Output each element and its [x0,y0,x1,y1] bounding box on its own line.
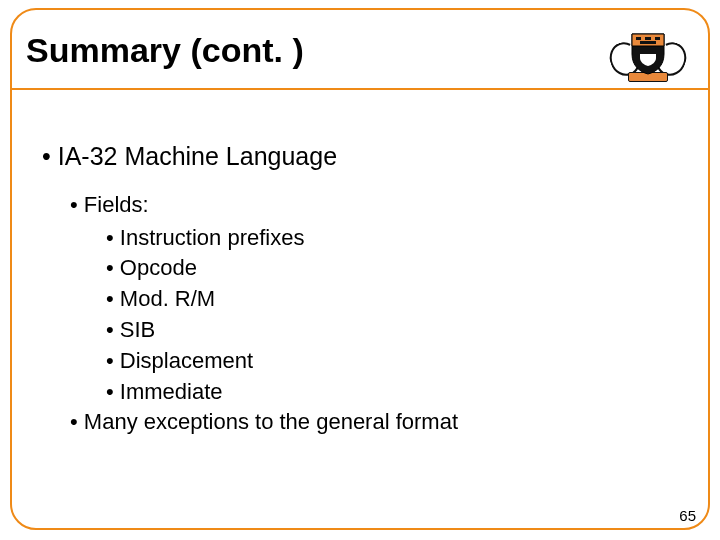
bullet-field-item: SIB [42,315,674,346]
slide-body: IA-32 Machine Language Fields: Instructi… [12,82,708,458]
princeton-crest-icon [608,26,688,82]
bullet-fields-label: Fields: [42,190,674,221]
bullet-level1: IA-32 Machine Language [42,140,674,174]
bullet-field-item: Instruction prefixes [42,223,674,254]
page-number: 65 [679,507,696,524]
svg-rect-1 [645,37,651,40]
bullet-field-item: Opcode [42,253,674,284]
svg-rect-0 [636,37,641,40]
bullet-exceptions: Many exceptions to the general format [42,407,674,438]
svg-rect-2 [655,37,660,40]
bullet-field-item: Mod. R/M [42,284,674,315]
slide-title: Summary (cont. ) [26,30,304,71]
svg-rect-3 [640,41,656,44]
bullet-field-item: Immediate [42,377,674,408]
slide: Summary (cont. ) IA-32 Machine Language … [0,0,720,540]
bullet-field-item: Displacement [42,346,674,377]
title-row: Summary (cont. ) [12,10,708,82]
shield-icon [630,32,666,76]
